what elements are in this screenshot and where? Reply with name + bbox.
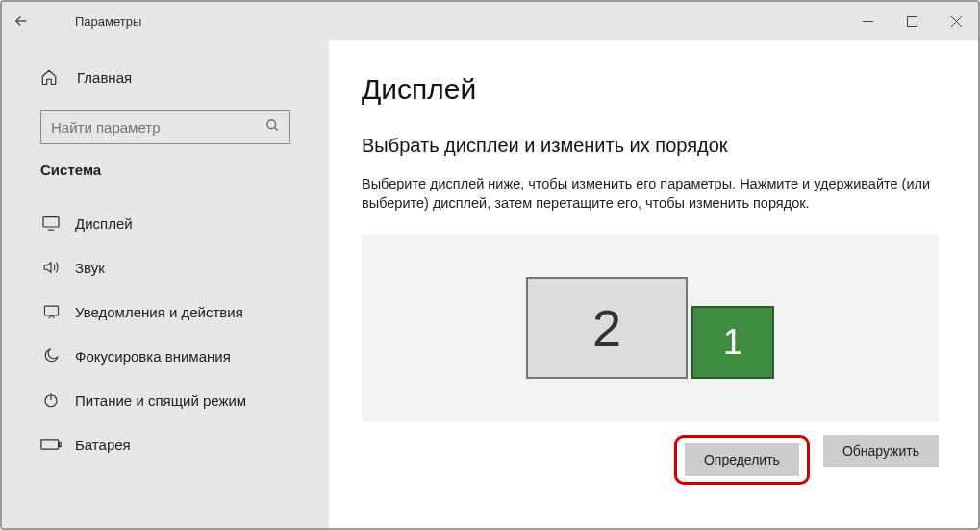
- maximize-icon: [907, 16, 917, 27]
- sidebar-item-display[interactable]: Дисплей: [2, 201, 329, 245]
- monitor-1[interactable]: 1: [691, 306, 774, 379]
- sidebar-item-label: Фокусировка внимания: [75, 348, 231, 365]
- page-title: Дисплей: [362, 73, 940, 106]
- display-arrangement-area: 2 1: [362, 235, 939, 421]
- sidebar-item-sound[interactable]: Звук: [2, 245, 329, 290]
- section-description: Выберите дисплей ниже, чтобы изменить ег…: [362, 174, 939, 214]
- svg-marker-8: [44, 263, 51, 273]
- svg-rect-9: [44, 306, 58, 315]
- content-area: Главная Система Дисплей Звук: [2, 40, 978, 528]
- section-title: Выбрать дисплеи и изменить их порядок: [362, 135, 940, 157]
- sidebar-item-label: Батарея: [75, 437, 131, 453]
- svg-rect-13: [59, 442, 61, 446]
- sidebar-item-label: Звук: [75, 260, 105, 276]
- settings-window: Параметры Главная Си: [0, 0, 980, 530]
- maximize-button[interactable]: [890, 2, 934, 40]
- nav-home-label: Главная: [77, 69, 132, 86]
- close-icon: [951, 16, 962, 27]
- window-controls: [845, 2, 978, 40]
- sidebar-item-power[interactable]: Питание и спящий режим: [2, 378, 329, 422]
- identify-button[interactable]: Определить: [685, 443, 799, 476]
- battery-icon: [40, 434, 62, 455]
- main-panel: Дисплей Выбрать дисплеи и изменить их по…: [329, 40, 978, 528]
- window-title: Параметры: [75, 14, 141, 29]
- svg-rect-1: [907, 16, 917, 26]
- sidebar-item-label: Питание и спящий режим: [75, 392, 246, 409]
- notifications-icon: [40, 301, 62, 322]
- sidebar-item-label: Уведомления и действия: [75, 304, 243, 320]
- back-arrow-icon: [13, 13, 30, 30]
- svg-rect-6: [43, 217, 59, 227]
- sidebar-item-notifications[interactable]: Уведомления и действия: [2, 290, 329, 334]
- titlebar: Параметры: [2, 2, 978, 40]
- sidebar: Главная Система Дисплей Звук: [2, 40, 329, 528]
- svg-point-4: [267, 120, 276, 129]
- search-input[interactable]: [51, 119, 265, 136]
- sidebar-item-battery[interactable]: Батарея: [2, 422, 329, 467]
- search-box[interactable]: [40, 110, 290, 144]
- sidebar-item-focus[interactable]: Фокусировка внимания: [2, 334, 329, 378]
- display-icon: [40, 213, 62, 234]
- button-row: Определить Обнаружить: [362, 435, 939, 485]
- home-icon: [40, 68, 58, 86]
- monitor-2[interactable]: 2: [526, 277, 688, 379]
- category-label: Система: [2, 162, 329, 178]
- sidebar-item-label: Дисплей: [75, 215, 133, 232]
- search-icon: [265, 118, 280, 136]
- focus-icon: [40, 345, 62, 366]
- svg-rect-12: [41, 440, 59, 449]
- highlight-annotation: Определить: [674, 435, 810, 485]
- svg-line-5: [274, 127, 277, 130]
- back-button[interactable]: [2, 2, 40, 40]
- nav-home[interactable]: Главная: [2, 58, 329, 96]
- minimize-button[interactable]: [845, 2, 890, 40]
- detect-button[interactable]: Обнаружить: [823, 435, 939, 467]
- close-button[interactable]: [934, 2, 978, 40]
- minimize-icon: [863, 16, 873, 27]
- power-icon: [40, 390, 62, 411]
- monitors-group: 2 1: [526, 277, 774, 379]
- sound-icon: [40, 257, 62, 278]
